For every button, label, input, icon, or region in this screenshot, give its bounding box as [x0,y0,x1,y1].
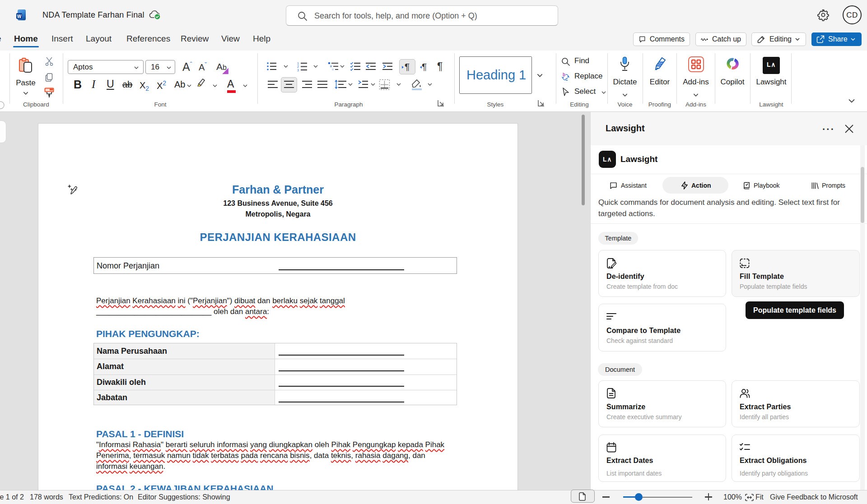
svg-text:3: 3 [297,69,299,72]
svg-text:2: 2 [297,65,299,68]
svg-text:1: 1 [297,62,299,65]
svg-text:W: W [17,14,22,19]
